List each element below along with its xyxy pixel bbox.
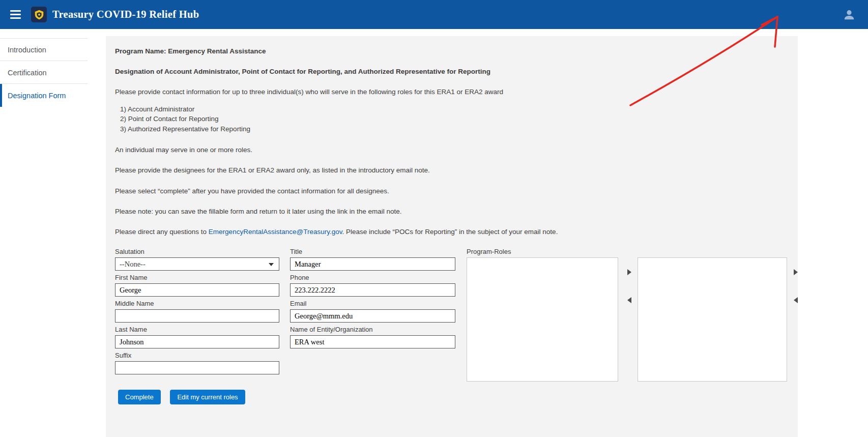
note-save-form: Please note: you can save the fillable f… [115, 207, 789, 216]
contact-note-before: Please direct any questions to [115, 228, 209, 236]
middle-name-label: Middle Name [115, 300, 279, 307]
contact-note-after: . Please include “POCs for Reporting” in… [342, 228, 558, 236]
contact-note: Please direct any questions to Emergency… [115, 227, 789, 237]
email-label: Email [290, 300, 455, 307]
move-right-arrow-icon[interactable] [627, 269, 631, 275]
salutation-selected-value: --None-- [120, 260, 146, 269]
email-link[interactable]: EmergencyRentalAssistance@Treasury.gov [209, 228, 342, 236]
edit-current-roles-button[interactable]: Edit my current roles [170, 390, 245, 404]
suffix-input[interactable] [115, 361, 279, 374]
sidebar-item-designation-form[interactable]: Designation Form [0, 84, 105, 107]
move-left-arrow-icon-2[interactable] [794, 297, 798, 303]
role-item-2: 2) Point of Contact for Reporting [120, 114, 789, 124]
form-column-middle: Title Phone Email Name of Entity/Organiz… [290, 248, 455, 352]
sidebar-item-introduction[interactable]: Introduction [0, 38, 105, 61]
program-roles-label: Program-Roles [467, 248, 802, 255]
entity-label: Name of Entity/Organization [290, 326, 455, 333]
intro-text: Please provide contact information for u… [115, 88, 789, 97]
move-right-arrow-icon-2[interactable] [794, 269, 798, 275]
top-navigation-bar: Treasury COVID-19 Relief Hub [0, 0, 868, 29]
program-roles-available-listbox[interactable] [467, 257, 618, 382]
designation-heading: Designation of Account Administrator, Po… [115, 67, 789, 76]
last-name-label: Last Name [115, 326, 279, 333]
move-left-arrow-icon[interactable] [627, 297, 631, 303]
title-field-group: Title [290, 248, 455, 271]
sidebar-item-label: Designation Form [8, 92, 66, 100]
sidebar-item-certification[interactable]: Certification [0, 61, 105, 84]
treasury-logo-icon [31, 7, 47, 22]
chevron-down-icon [269, 263, 274, 266]
roles-list: 1) Account Administrator 2) Point of Con… [120, 104, 789, 134]
sidebar: Introduction Certification Designation F… [0, 29, 105, 437]
email-input[interactable] [290, 309, 455, 323]
program-roles-widget: Program-Roles [467, 248, 802, 258]
entity-field-group: Name of Entity/Organization [290, 326, 455, 348]
app-title: Treasury COVID-19 Relief Hub [52, 9, 199, 20]
note-one-or-more-roles: An individual may serve in one or more r… [115, 145, 789, 155]
role-item-1: 1) Account Administrator [120, 104, 789, 114]
salutation-label: Salutation [115, 248, 279, 255]
phone-label: Phone [290, 274, 455, 281]
note-select-complete: Please select “complete” after you have … [115, 187, 789, 196]
email-field-group: Email [290, 300, 455, 323]
complete-button[interactable]: Complete [118, 390, 161, 404]
sidebar-item-label: Introduction [8, 46, 46, 54]
first-name-field-group: First Name [115, 274, 279, 297]
entity-input[interactable] [290, 335, 455, 348]
salutation-field-group: Salutation --None-- [115, 248, 279, 271]
title-input[interactable] [290, 257, 455, 271]
phone-input[interactable] [290, 283, 455, 297]
role-item-3: 3) Authorized Representative for Reporti… [120, 124, 789, 134]
menu-icon[interactable] [6, 6, 25, 23]
user-avatar-icon[interactable] [842, 7, 857, 22]
phone-field-group: Phone [290, 274, 455, 297]
suffix-field-group: Suffix [115, 352, 279, 374]
last-name-input[interactable] [115, 335, 279, 348]
designation-form-fields: Salutation --None-- First Name Middle Na… [115, 248, 789, 379]
main-panel: Program Name: Emergency Rental Assistanc… [106, 36, 798, 437]
form-buttons-row: Complete Edit my current roles [115, 390, 789, 404]
last-name-field-group: Last Name [115, 326, 279, 348]
first-name-input[interactable] [115, 283, 279, 297]
middle-name-field-group: Middle Name [115, 300, 279, 323]
suffix-label: Suffix [115, 352, 279, 359]
salutation-select[interactable]: --None-- [115, 257, 279, 271]
middle-name-input[interactable] [115, 309, 279, 323]
form-column-left: Salutation --None-- First Name Middle Na… [115, 248, 279, 377]
program-roles-chosen-listbox[interactable] [638, 257, 787, 382]
sidebar-item-label: Certification [8, 69, 47, 77]
note-designees: Please provide the designees for the ERA… [115, 166, 789, 175]
program-name-text: Program Name: Emergency Rental Assistanc… [115, 47, 789, 56]
title-label: Title [290, 248, 455, 255]
first-name-label: First Name [115, 274, 279, 281]
